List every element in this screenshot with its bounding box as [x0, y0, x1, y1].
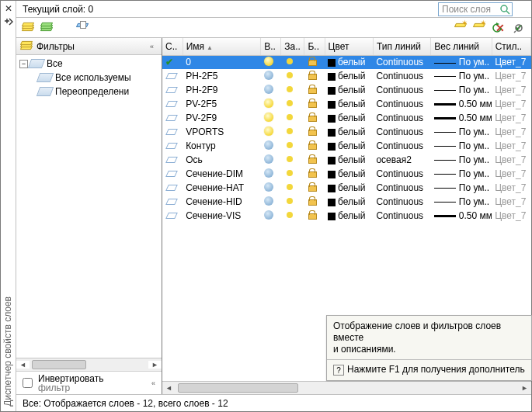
sun-icon[interactable]	[284, 196, 295, 206]
sun-icon[interactable]	[284, 154, 295, 164]
layers-table[interactable]: С.. Имя▲ В.. За.. Б.. Цвет Тип линий Вес…	[162, 38, 531, 223]
cell-color[interactable]: белый	[325, 69, 373, 83]
cell-style[interactable]: Цвет_7	[492, 153, 530, 167]
sun-icon[interactable]	[284, 140, 295, 151]
cell-style[interactable]: Цвет_7	[492, 209, 530, 223]
col-status[interactable]: С..	[162, 38, 183, 55]
sun-icon[interactable]	[284, 98, 295, 109]
cell-color[interactable]: белый	[325, 209, 373, 223]
invert-filter-row[interactable]: Инвертировать фильтр «	[16, 371, 162, 394]
cell-color[interactable]: белый	[325, 153, 373, 167]
bulb-icon[interactable]	[264, 126, 273, 136]
cell-lineweight[interactable]: По ум..	[431, 139, 492, 153]
table-row[interactable]: PH-2F5белыйContinuousПо ум..Цвет_7	[162, 69, 531, 83]
close-icon[interactable]: ✕	[3, 3, 14, 14]
tree-row-all[interactable]: − Все	[16, 57, 162, 71]
sun-icon[interactable]	[284, 126, 295, 137]
cell-style[interactable]: Цвет_7	[492, 97, 530, 111]
lock-icon[interactable]	[308, 126, 317, 136]
col-name[interactable]: Имя▲	[183, 38, 261, 55]
sun-icon[interactable]	[284, 182, 295, 192]
bulb-icon[interactable]	[264, 71, 273, 80]
cell-style[interactable]: Цвет_7	[492, 69, 530, 83]
cell-lineweight[interactable]: По ум..	[431, 83, 492, 97]
cell-lineweight[interactable]: 0.50 мм	[431, 209, 492, 223]
cell-lineweight[interactable]: По ум..	[431, 125, 492, 139]
cell-color[interactable]: белый	[325, 195, 373, 209]
lock-icon[interactable]	[308, 85, 317, 94]
cell-style[interactable]: Цвет_7	[492, 83, 530, 97]
new-property-filter-button[interactable]	[21, 20, 37, 36]
filters-header[interactable]: Фильтры «	[16, 38, 162, 55]
bulb-icon[interactable]	[264, 154, 273, 164]
cell-color[interactable]: белый	[325, 167, 373, 181]
search-box[interactable]	[438, 2, 513, 16]
lock-icon[interactable]	[308, 154, 317, 164]
sun-icon[interactable]	[284, 168, 295, 178]
table-row[interactable]: Осьбелыйосевая2По ум..Цвет_7	[162, 153, 531, 167]
cell-style[interactable]: Цвет_7	[492, 139, 530, 153]
new-layer-button[interactable]: ✶	[455, 20, 471, 36]
collapse-handle-icon[interactable]: «	[150, 44, 157, 49]
bulb-icon[interactable]	[264, 140, 273, 150]
table-row[interactable]: PV-2F9белыйContinuous0.50 ммЦвет_7	[162, 111, 531, 125]
col-color[interactable]: Цвет	[325, 38, 373, 55]
cell-linetype[interactable]: Continuous	[373, 83, 430, 97]
layer-states-button[interactable]	[75, 20, 91, 36]
cell-color[interactable]: белый	[325, 55, 373, 69]
cell-linetype[interactable]: Continuous	[373, 69, 430, 83]
lock-icon[interactable]	[308, 140, 317, 150]
cell-lineweight[interactable]: По ум..	[431, 69, 492, 83]
sun-icon[interactable]	[284, 84, 295, 95]
cell-style[interactable]: Цвет_7	[492, 181, 530, 195]
table-row[interactable]: Сечение-DIMбелыйContinuousПо ум..Цвет_7	[162, 167, 531, 181]
cell-style[interactable]: Цвет_7	[492, 167, 530, 181]
expander-icon[interactable]: −	[19, 60, 28, 68]
cell-lineweight[interactable]: По ум..	[431, 153, 492, 167]
cell-style[interactable]: Цвет_7	[492, 55, 530, 69]
col-linetype[interactable]: Тип линий	[373, 38, 430, 55]
lock-icon[interactable]	[308, 99, 317, 108]
tree-row-used[interactable]: Все используемы	[16, 71, 162, 85]
cell-color[interactable]: белый	[325, 83, 373, 97]
lock-icon[interactable]	[308, 71, 317, 80]
bulb-icon[interactable]	[264, 113, 273, 122]
table-row[interactable]: Сечение-HIDбелыйContinuousПо ум..Цвет_7	[162, 195, 531, 209]
cell-linetype[interactable]: Continuous	[373, 97, 430, 111]
cell-color[interactable]: белый	[325, 111, 373, 125]
tree-row-override[interactable]: Переопределени	[16, 85, 162, 99]
table-row[interactable]: ✔0белыйContinuousПо ум..Цвет_7	[162, 55, 531, 69]
lock-icon[interactable]	[308, 168, 317, 178]
bulb-icon[interactable]	[264, 57, 273, 66]
bulb-icon[interactable]	[264, 85, 273, 94]
table-row[interactable]: Сечение-HATбелыйContinuousПо ум..Цвет_7	[162, 181, 531, 195]
cell-color[interactable]: белый	[325, 125, 373, 139]
cell-lineweight[interactable]: По ум..	[431, 195, 492, 209]
filters-hscrollbar[interactable]: ◄►	[16, 358, 162, 371]
settings-button[interactable]	[511, 20, 527, 36]
col-lineweight[interactable]: Вес линий	[431, 38, 492, 55]
bulb-icon[interactable]	[264, 182, 273, 192]
table-row[interactable]: VPORTSбелыйContinuousПо ум..Цвет_7	[162, 125, 531, 139]
collapse-handle-icon[interactable]: «	[151, 381, 158, 386]
lock-icon[interactable]	[308, 210, 317, 220]
cell-linetype[interactable]: осевая2	[373, 153, 430, 167]
cell-linetype[interactable]: Continuous	[373, 195, 430, 209]
lock-icon[interactable]	[308, 113, 317, 122]
col-freeze[interactable]: За..	[281, 38, 304, 55]
new-group-filter-button[interactable]	[40, 20, 55, 36]
table-row[interactable]: PV-2F5белыйContinuous0.50 ммЦвет_7	[162, 97, 531, 111]
table-row[interactable]: КонтурбелыйContinuousПо ум..Цвет_7	[162, 139, 531, 153]
sun-icon[interactable]	[284, 70, 295, 81]
sun-icon[interactable]	[284, 56, 295, 67]
lock-icon[interactable]	[308, 57, 317, 66]
col-style[interactable]: Стил..	[492, 38, 530, 55]
cell-linetype[interactable]: Continuous	[373, 139, 430, 153]
sun-icon[interactable]	[284, 209, 295, 220]
invert-filter-checkbox[interactable]	[23, 378, 33, 388]
cell-linetype[interactable]: Continuous	[373, 167, 430, 181]
filters-tree[interactable]: − Все Все используемы Переопределени	[16, 55, 162, 358]
cell-color[interactable]: белый	[325, 97, 373, 111]
bulb-icon[interactable]	[264, 168, 273, 178]
cell-style[interactable]: Цвет_7	[492, 195, 530, 209]
